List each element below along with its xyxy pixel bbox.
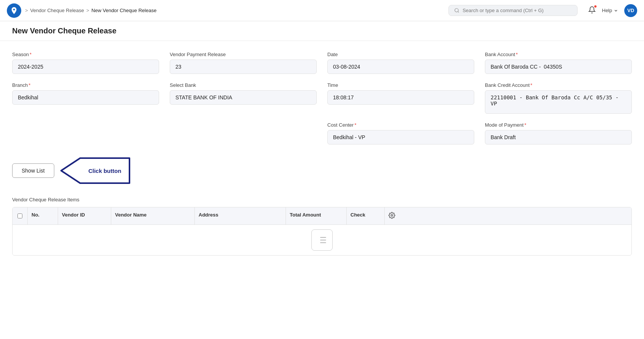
season-label: Season* bbox=[12, 52, 159, 57]
cost-center-group: Cost Center* bbox=[327, 122, 474, 144]
date-group: Date bbox=[327, 52, 474, 74]
page-title: New Vendor Cheque Release bbox=[12, 27, 632, 35]
app-logo bbox=[7, 3, 21, 18]
th-checkbox bbox=[13, 207, 28, 224]
cost-center-input[interactable] bbox=[327, 130, 474, 144]
breadcrumb-current: New Vendor Cheque Release bbox=[92, 8, 156, 13]
page-header: New Vendor Cheque Release bbox=[0, 21, 644, 41]
click-annotation-label: Click button bbox=[88, 168, 121, 174]
section-label: Vendor Cheque Release Items bbox=[12, 197, 632, 202]
mode-of-payment-label: Mode of Payment* bbox=[485, 122, 632, 128]
bank-account-label: Bank Account* bbox=[485, 52, 632, 57]
bank-account-input[interactable] bbox=[485, 60, 632, 74]
cost-center-label: Cost Center* bbox=[327, 122, 474, 128]
bank-account-group: Bank Account* bbox=[485, 52, 632, 74]
vendor-cheque-release-items-section: Vendor Cheque Release Items No. Vendor I… bbox=[12, 197, 632, 256]
branch-input[interactable] bbox=[12, 90, 159, 105]
empty-state-icon bbox=[311, 229, 333, 251]
top-navigation: > Vendor Cheque Release > New Vendor Che… bbox=[0, 0, 644, 21]
branch-label: Branch* bbox=[12, 82, 159, 88]
avatar[interactable]: VD bbox=[624, 4, 637, 17]
date-label: Date bbox=[327, 52, 474, 57]
th-settings[interactable] bbox=[385, 207, 401, 224]
th-vendor-name: Vendor Name bbox=[111, 207, 195, 224]
show-list-section: Show List Click button bbox=[12, 157, 632, 185]
main-content: Season* Vendor Payment Release Date Bank… bbox=[0, 41, 644, 339]
time-label: Time bbox=[327, 82, 474, 88]
breadcrumb-separator-left: > bbox=[25, 8, 28, 13]
mode-of-payment-group: Mode of Payment* bbox=[485, 122, 632, 144]
select-bank-input[interactable] bbox=[170, 90, 317, 105]
time-input[interactable] bbox=[327, 90, 474, 105]
table-body bbox=[13, 225, 631, 255]
mode-of-payment-input[interactable] bbox=[485, 130, 632, 144]
th-no: No. bbox=[28, 207, 58, 224]
select-bank-label: Select Bank bbox=[170, 82, 317, 88]
help-button[interactable]: Help bbox=[602, 8, 618, 13]
form-grid: Season* Vendor Payment Release Date Bank… bbox=[12, 52, 632, 144]
bank-credit-account-label: Bank Credit Account* bbox=[485, 82, 632, 88]
time-group: Time bbox=[327, 82, 474, 114]
items-table: No. Vendor ID Vendor Name Address Total … bbox=[12, 207, 632, 256]
click-arrow-annotation: Click button bbox=[57, 157, 137, 185]
breadcrumb-parent[interactable]: Vendor Cheque Release bbox=[30, 8, 84, 13]
th-address: Address bbox=[195, 207, 286, 224]
search-icon bbox=[454, 8, 459, 13]
breadcrumb: > Vendor Cheque Release > New Vendor Che… bbox=[25, 8, 156, 13]
date-input[interactable] bbox=[327, 60, 474, 74]
vendor-payment-release-label: Vendor Payment Release bbox=[170, 52, 317, 57]
search-bar[interactable] bbox=[448, 5, 578, 16]
chevron-down-icon bbox=[614, 8, 618, 13]
notification-badge bbox=[593, 5, 597, 8]
click-button-arrow: Click button bbox=[57, 157, 137, 185]
vendor-payment-release-group: Vendor Payment Release bbox=[170, 52, 317, 74]
breadcrumb-separator-right: > bbox=[86, 8, 89, 13]
settings-icon bbox=[388, 212, 395, 219]
vendor-payment-release-input[interactable] bbox=[170, 60, 317, 74]
season-input[interactable] bbox=[12, 60, 159, 74]
search-input[interactable] bbox=[462, 8, 572, 13]
th-total-amount: Total Amount bbox=[286, 207, 347, 224]
select-all-checkbox[interactable] bbox=[17, 213, 22, 218]
svg-point-0 bbox=[455, 8, 458, 12]
bank-credit-account-input[interactable]: 22110001 - Bank Of Baroda Cc A/C 05/35 -… bbox=[485, 90, 632, 114]
bank-credit-account-group: Bank Credit Account* 22110001 - Bank Of … bbox=[485, 82, 632, 114]
notification-bell[interactable] bbox=[588, 6, 596, 15]
show-list-button[interactable]: Show List bbox=[12, 163, 54, 178]
th-vendor-id: Vendor ID bbox=[58, 207, 111, 224]
season-group: Season* bbox=[12, 52, 159, 74]
table-header: No. Vendor ID Vendor Name Address Total … bbox=[13, 207, 631, 225]
select-bank-group: Select Bank bbox=[170, 82, 317, 114]
svg-line-1 bbox=[458, 11, 459, 13]
topnav-right: Help VD bbox=[588, 4, 637, 17]
th-check: Check bbox=[347, 207, 385, 224]
branch-group: Branch* bbox=[12, 82, 159, 114]
svg-point-3 bbox=[391, 215, 393, 217]
